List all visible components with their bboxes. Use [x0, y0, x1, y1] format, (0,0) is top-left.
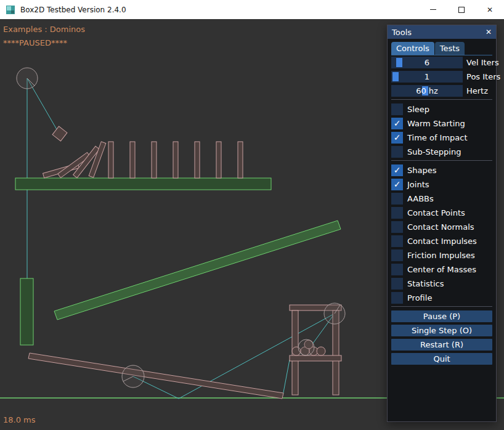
pause-button[interactable]: Pause (P): [391, 310, 492, 322]
pos-iters-slider[interactable]: 1: [391, 71, 463, 83]
example-label: Examples : Dominos: [3, 25, 85, 34]
slider-label: Vel Iters: [466, 57, 499, 68]
domino: [173, 142, 178, 178]
checkbox-shapes[interactable]: ✓ Shapes: [391, 164, 492, 176]
rope-frame-drop: [283, 360, 290, 396]
vel-iters-slider[interactable]: 6: [391, 57, 463, 68]
check-icon: ✓: [391, 132, 403, 144]
domino: [216, 142, 221, 178]
minimize-icon: [430, 9, 436, 10]
tools-panel-titlebar[interactable]: Tools ✕: [388, 25, 496, 39]
checkbox-statistics[interactable]: ✓ Statistics: [391, 278, 492, 290]
slider-label: Pos Iters: [466, 71, 500, 83]
checkbox-box[interactable]: ✓: [391, 235, 403, 247]
minimize-button[interactable]: [419, 0, 447, 19]
checkbox-label: Contact Normals: [407, 221, 474, 233]
checkbox-label: Statistics: [407, 278, 444, 290]
tools-content: 6 Vel Iters 1 Pos Iters 60 hz Hertz ✓ Sl…: [388, 55, 496, 365]
domino: [108, 142, 113, 178]
slider-value: 60 hz: [391, 85, 463, 97]
checkbox-profile[interactable]: ✓ Profile: [391, 292, 492, 304]
checkbox-sleep[interactable]: ✓ Sleep: [391, 103, 492, 115]
restart-button[interactable]: Restart (R): [391, 339, 492, 351]
domino-platform: [15, 178, 271, 190]
checkbox-label: Contact Points: [407, 207, 465, 219]
checkbox-box[interactable]: ✓: [391, 221, 403, 233]
vertical-plank: [20, 278, 33, 345]
domino: [195, 142, 200, 178]
checkbox-sub-stepping[interactable]: ✓ Sub-Stepping: [391, 146, 492, 158]
hertz-slider[interactable]: 60 hz: [391, 85, 463, 97]
checkbox-label: Time of Impact: [407, 132, 468, 144]
slider-value: 6: [391, 57, 463, 68]
checkbox-box[interactable]: ✓: [391, 132, 403, 144]
frame-time-label: 18.0 ms: [3, 415, 36, 424]
checkbox-box[interactable]: ✓: [391, 179, 403, 190]
check-icon: ✓: [391, 164, 403, 176]
checkbox-box[interactable]: ✓: [391, 146, 403, 158]
domino: [152, 142, 156, 178]
checkbox-label: Contact Impulses: [407, 235, 477, 247]
checkbox-box[interactable]: ✓: [391, 118, 403, 129]
small-ball: [317, 347, 325, 355]
window-titlebar: Box2D Testbed Version 2.4.0 ✕: [0, 0, 504, 19]
domino: [130, 142, 135, 178]
tab-controls[interactable]: Controls: [391, 42, 434, 55]
slider-row-hertz: 60 hz Hertz: [391, 85, 492, 97]
checkbox-box[interactable]: ✓: [391, 207, 403, 219]
checkbox-joints[interactable]: ✓ Joints: [391, 179, 492, 190]
checkbox-warm-starting[interactable]: ✓ Warm Starting: [391, 118, 492, 129]
checkbox-box[interactable]: ✓: [391, 164, 403, 176]
separator: [391, 99, 492, 100]
checkbox-aabbs[interactable]: ✓ AABBs: [391, 193, 492, 205]
checkbox-box[interactable]: ✓: [391, 193, 403, 205]
checkbox-label: Sleep: [407, 103, 429, 115]
check-icon: ✓: [391, 179, 403, 190]
app-icon: [6, 5, 15, 15]
checkbox-box[interactable]: ✓: [391, 278, 403, 290]
checkbox-label: Joints: [407, 179, 429, 190]
bottom-plank: [28, 353, 283, 399]
window-title: Box2D Testbed Version 2.4.0: [20, 6, 126, 14]
tools-tabbar: Controls Tests: [391, 42, 492, 55]
medium-ball: [298, 339, 314, 355]
checkbox-box[interactable]: ✓: [391, 264, 403, 275]
checkbox-contact-normals[interactable]: ✓ Contact Normals: [391, 221, 492, 233]
tab-tests[interactable]: Tests: [435, 42, 465, 55]
checkbox-label: Warm Starting: [407, 118, 465, 129]
checkbox-center-of-masses[interactable]: ✓ Center of Masses: [391, 264, 492, 275]
domino: [238, 142, 243, 178]
checkbox-label: Profile: [407, 292, 432, 304]
maximize-icon: [458, 7, 465, 13]
tools-panel-title: Tools: [392, 28, 412, 37]
caption-buttons: ✕: [419, 0, 504, 19]
slider-label: Hertz: [466, 85, 488, 97]
checkbox-friction-impulses[interactable]: ✓ Friction Impulses: [391, 249, 492, 261]
separator: [391, 160, 492, 161]
checkbox-box[interactable]: ✓: [391, 292, 403, 304]
checkbox-contact-impulses[interactable]: ✓ Contact Impulses: [391, 235, 492, 247]
checkbox-box[interactable]: ✓: [391, 103, 403, 115]
quit-button[interactable]: Quit: [391, 353, 492, 365]
checkbox-box[interactable]: ✓: [391, 249, 403, 261]
maximize-button[interactable]: [447, 0, 476, 19]
check-icon: ✓: [391, 118, 403, 129]
tools-close-icon[interactable]: ✕: [486, 28, 492, 36]
checkbox-time-of-impact[interactable]: ✓ Time of Impact: [391, 132, 492, 144]
checkbox-contact-points[interactable]: ✓ Contact Points: [391, 207, 492, 219]
close-button[interactable]: ✕: [476, 0, 504, 19]
checkbox-label: Shapes: [407, 164, 436, 176]
tools-panel: Tools ✕ Controls Tests 6 Vel Iters 1 Pos…: [387, 25, 497, 422]
close-icon: ✕: [487, 6, 493, 14]
separator: [391, 306, 492, 307]
slider-value: 1: [391, 71, 463, 83]
checkbox-label: Friction Impulses: [407, 249, 475, 261]
paused-label: ****PAUSED****: [3, 38, 67, 47]
single-step-button[interactable]: Single Step (O): [391, 325, 492, 336]
checkbox-label: Center of Masses: [407, 264, 476, 275]
checkbox-label: Sub-Stepping: [407, 146, 461, 158]
swinging-box: [52, 126, 67, 141]
slider-row-pos-iters: 1 Pos Iters: [391, 71, 492, 83]
checkbox-label: AABBs: [407, 193, 434, 205]
slider-row-vel-iters: 6 Vel Iters: [391, 57, 492, 68]
